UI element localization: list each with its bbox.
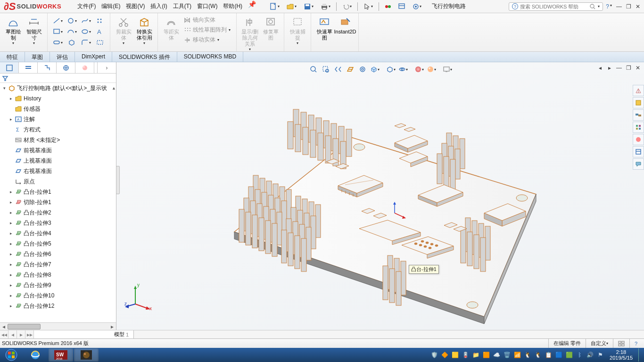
tree-hscroll[interactable]: ◂ ▸	[0, 322, 116, 330]
tree-item-top-plane[interactable]: 上视基准面	[0, 156, 116, 166]
select-button[interactable]: ▾	[361, 1, 376, 12]
tp-resources-button[interactable]	[633, 85, 644, 96]
graphics-viewport[interactable]: ▾ ▾ ▾ ▾ ▾ ▾ ◂ ▸ — ❐ ✕	[116, 62, 644, 330]
menu-help[interactable]: 帮助(H)	[220, 0, 245, 12]
help-search[interactable]: ? ▾	[509, 2, 603, 11]
menu-insert[interactable]: 插入(I)	[148, 0, 170, 12]
subwin-close-button[interactable]: ✕	[634, 64, 642, 72]
subwin-restore-button[interactable]: ❐	[624, 64, 633, 72]
tray-icon[interactable]: 🐧	[524, 351, 531, 359]
fillet-tool-button[interactable]: ▾	[81, 38, 91, 47]
collapse-icon[interactable]: ▾	[2, 86, 7, 90]
search-icon[interactable]	[589, 3, 596, 10]
tray-icon[interactable]: 🐧	[534, 351, 542, 359]
status-views-icon[interactable]	[613, 339, 629, 348]
ellipse-tool-button[interactable]: ▾	[81, 27, 91, 36]
spline-tool-button[interactable]: ▾	[81, 16, 91, 25]
tab-evaluate[interactable]: 评估	[50, 52, 75, 62]
filter-button[interactable]	[0, 74, 116, 83]
print-button[interactable]: ▾	[317, 0, 333, 13]
trim-button[interactable]: 剪裁实体▾	[113, 15, 134, 49]
bluetooth-icon[interactable]: ᛒ	[576, 351, 583, 359]
tree-item-boss4[interactable]: ▸凸台-拉伸4	[0, 228, 116, 239]
scroll-thumb[interactable]	[8, 324, 41, 329]
rectangle-tool-button[interactable]: ▾	[52, 27, 63, 36]
tray-icon[interactable]: 📋	[545, 351, 552, 359]
tray-icon[interactable]: 🪫	[462, 351, 469, 359]
tab-features[interactable]: 特征	[0, 52, 25, 62]
menu-tools[interactable]: 工具(T)	[170, 0, 194, 12]
tree-item-boss12[interactable]: ▸凸台-拉伸12	[0, 301, 116, 311]
tree-item-boss3[interactable]: ▸凸台-拉伸3	[0, 218, 116, 228]
minimize-button[interactable]: —	[615, 3, 623, 10]
scroll-up-icon[interactable]: ▲	[112, 86, 116, 90]
tree-item-right-plane[interactable]: 右视基准面	[0, 166, 116, 176]
action-center-icon[interactable]: ⚑	[596, 351, 604, 359]
tp-appearances-button[interactable]	[633, 134, 644, 145]
panel-splitter[interactable]	[116, 166, 120, 194]
tray-icon[interactable]: 🟨	[451, 351, 459, 359]
tree-root[interactable]: ▾ 飞行控制电路 (默认<<默认>_显示状 ▲	[0, 83, 116, 93]
tray-icon[interactable]: 🟧	[482, 351, 490, 359]
tree-item-sensors[interactable]: 传感器	[0, 104, 116, 114]
new-button[interactable]: ▾	[266, 0, 282, 13]
doctab-next1[interactable]: ▸	[17, 330, 25, 338]
fm-tab-dimxpert[interactable]	[57, 62, 75, 73]
clock[interactable]: 2:18 2019/5/15	[607, 348, 636, 362]
rebuild-button[interactable]	[382, 1, 394, 12]
doctab-next[interactable]: ▸▸	[25, 330, 34, 338]
plane-tool-button[interactable]	[95, 38, 105, 47]
show-desktop-button[interactable]	[638, 348, 642, 362]
tree-item-material[interactable]: 材质 <未指定>	[0, 135, 116, 145]
menu-window[interactable]: 窗口(W)	[194, 0, 220, 12]
tray-icon[interactable]: ☁️	[493, 351, 500, 359]
line-tool-button[interactable]: ▾	[52, 16, 63, 25]
tray-icon[interactable]: 🗑️	[503, 351, 511, 359]
tab-mbd[interactable]: SOLIDWORKS MBD	[177, 52, 243, 62]
status-help-icon[interactable]: ?	[629, 339, 642, 348]
status-custom[interactable]: 自定义 ▾	[586, 339, 613, 348]
fm-tab-feature[interactable]	[0, 62, 19, 73]
undo-button[interactable]: ▾	[339, 1, 355, 12]
fm-tab-expand[interactable]: ›	[97, 62, 116, 73]
tree-item-boss8[interactable]: ▸凸台-拉伸8	[0, 270, 116, 280]
scroll-left-icon[interactable]: ◂	[0, 323, 8, 330]
tray-icon[interactable]: 📶	[513, 351, 521, 359]
open-button[interactable]: ▾	[283, 0, 299, 13]
start-button[interactable]	[0, 348, 23, 362]
tp-custom-props-button[interactable]	[633, 146, 644, 157]
tree-item-equations[interactable]: Σ方程式	[0, 124, 116, 135]
tree-item-annotations[interactable]: ▸A注解	[0, 114, 116, 124]
tab-addins[interactable]: SOLIDWORKS 插件	[112, 52, 177, 62]
fm-tab-property[interactable]	[19, 62, 38, 73]
menu-view[interactable]: 视图(V)	[123, 0, 148, 12]
mirror-button[interactable]: 镜向实体	[182, 15, 233, 25]
slot-tool-button[interactable]: ▾	[52, 38, 63, 47]
tree-item-history[interactable]: ▸History	[0, 93, 116, 104]
tab-dimxpert[interactable]: DimXpert	[75, 52, 112, 62]
tp-design-library-button[interactable]	[633, 97, 644, 108]
taskbar-other-app[interactable]	[74, 348, 99, 362]
scroll-right-icon[interactable]: ▸	[108, 323, 116, 330]
close-button[interactable]: ✕	[634, 3, 642, 10]
restore-button[interactable]: ❐	[624, 3, 633, 10]
sketch-draw-button[interactable]: 草图绘制▾	[3, 15, 24, 49]
fm-tab-config[interactable]	[38, 62, 57, 73]
move-entities-button[interactable]: 移动实体▾	[182, 35, 233, 45]
convert-entities-button[interactable]: 转换实体引用▾	[134, 15, 155, 49]
tray-icon[interactable]: 🟦	[555, 351, 562, 359]
tp-forum-button[interactable]	[633, 158, 644, 170]
tray-icon[interactable]: 🟩	[565, 351, 573, 359]
taskbar-ie[interactable]	[23, 348, 48, 362]
arc-tool-button[interactable]: ▾	[66, 27, 77, 36]
rapid-sketch-button[interactable]: 快速草图	[314, 15, 335, 49]
tray-icon[interactable]: 🛡️	[430, 351, 438, 359]
tree-item-cut1[interactable]: ▸切除-拉伸1	[0, 197, 116, 207]
instant2d-button[interactable]: Instant2D	[335, 15, 355, 49]
tray-icon[interactable]: 📁	[472, 351, 479, 359]
help-dropdown[interactable]: ?▾	[606, 3, 612, 10]
repair-sketch-button[interactable]: 修复草图	[260, 15, 281, 49]
quick-snap-button[interactable]: 快速捕捉▾	[287, 15, 308, 49]
tray-icon[interactable]: 🔶	[441, 351, 448, 359]
tree-item-boss2[interactable]: ▸凸台-拉伸2	[0, 207, 116, 218]
